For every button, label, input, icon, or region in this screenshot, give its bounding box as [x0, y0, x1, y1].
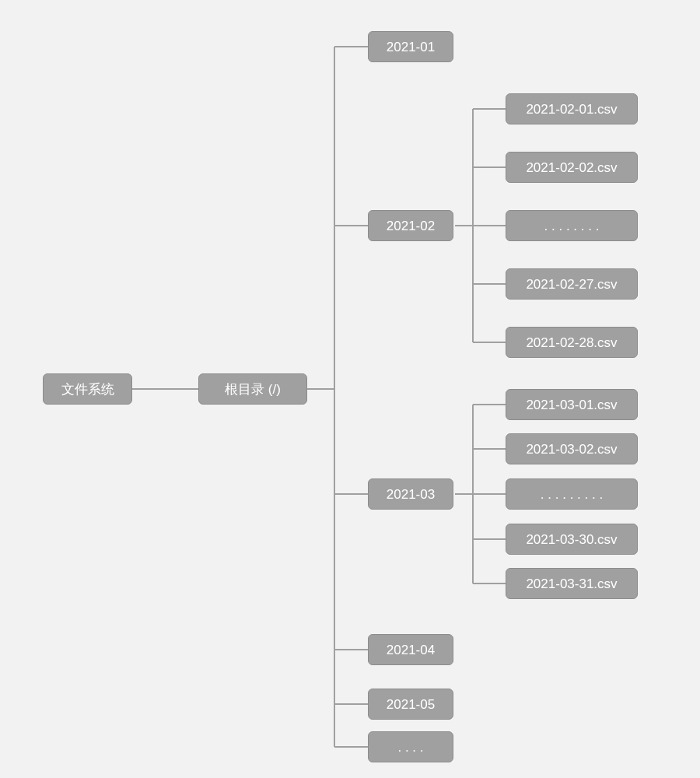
node-file-02-02: 2021-02-02.csv: [506, 152, 638, 183]
node-file-02-27: 2021-02-27.csv: [506, 268, 638, 300]
node-filesystem: 文件系统: [43, 373, 132, 405]
node-month-2021-05: 2021-05: [368, 689, 453, 720]
node-month-2021-01: 2021-01: [368, 31, 453, 62]
node-file-03-31: 2021-03-31.csv: [506, 568, 638, 599]
node-file-02-ellipsis: . . . . . . . .: [506, 210, 638, 241]
node-month-2021-04: 2021-04: [368, 634, 453, 665]
node-month-2021-02: 2021-02: [368, 210, 453, 241]
node-file-03-30: 2021-03-30.csv: [506, 524, 638, 555]
node-month-2021-03: 2021-03: [368, 478, 453, 510]
node-root-dir: 根目录 (/): [198, 373, 307, 405]
node-month-ellipsis: . . . .: [368, 731, 453, 762]
node-file-03-01: 2021-03-01.csv: [506, 389, 638, 420]
node-file-02-01: 2021-02-01.csv: [506, 93, 638, 124]
node-file-03-02: 2021-03-02.csv: [506, 433, 638, 464]
node-file-03-ellipsis: . . . . . . . . .: [506, 478, 638, 510]
tree-diagram: 文件系统 根目录 (/) 2021-01 2021-02 2021-03 202…: [0, 0, 700, 778]
node-file-02-28: 2021-02-28.csv: [506, 327, 638, 358]
